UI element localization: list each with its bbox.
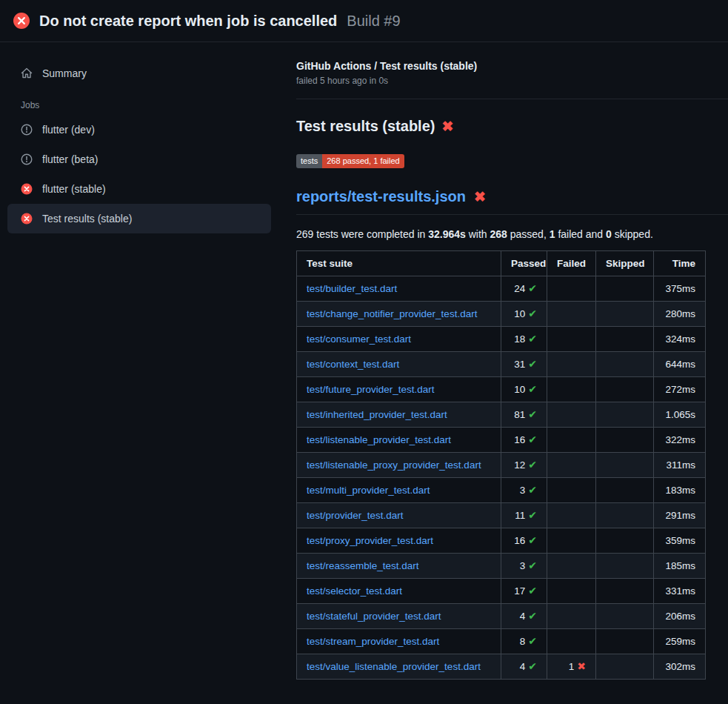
summary-mid3: failed and (555, 228, 607, 240)
passed-cell: 24✔ (501, 276, 547, 302)
check-icon: ✔ (528, 408, 537, 420)
table-row: test/change_notifier_provider_test.dart1… (297, 302, 706, 327)
count-value: 12 (514, 459, 525, 471)
failed-cell (547, 478, 596, 503)
report-file-link[interactable]: reports/test-results.json (296, 188, 466, 205)
sidebar-item-label: flutter (dev) (42, 124, 95, 136)
skipped-cell (596, 377, 654, 402)
summary-mid2: passed, (507, 228, 550, 240)
check-icon: ✔ (528, 534, 537, 546)
suite-cell: test/listenable_proxy_provider_test.dart (297, 453, 501, 478)
failed-status-icon (13, 13, 30, 29)
check-icon: ✔ (528, 559, 537, 571)
failed-icon (21, 183, 33, 195)
suite-cell: test/builder_test.dart (297, 276, 501, 302)
passed-cell: 3✔ (501, 554, 547, 579)
test-suite-link[interactable]: test/provider_test.dart (307, 510, 404, 521)
passed-cell: 10✔ (501, 302, 547, 327)
test-suite-link[interactable]: test/proxy_provider_test.dart (307, 535, 433, 546)
page-title: Do not create report when job is cancell… (39, 13, 337, 30)
col-header-skipped: Skipped (596, 251, 654, 276)
cancelled-icon (21, 124, 33, 136)
badge-label: tests (296, 154, 322, 168)
results-table-body: test/builder_test.dart24✔375mstest/chang… (297, 276, 706, 680)
check-icon: ✔ (528, 459, 537, 471)
summary-mid1: with (466, 228, 490, 240)
section-title: Test results (stable) ✖ (296, 118, 728, 135)
table-row: test/stream_provider_test.dart8✔259ms (297, 629, 706, 654)
sidebar-item-summary[interactable]: Summary (7, 59, 271, 88)
build-number: Build #9 (347, 13, 400, 30)
time-cell: 206ms (654, 604, 706, 629)
table-header-row: Test suite Passed Failed Skipped Time (297, 251, 706, 276)
time-cell: 280ms (654, 302, 706, 327)
failed-cell (547, 579, 596, 604)
count-value: 3 (520, 485, 526, 496)
time-cell: 331ms (654, 579, 706, 604)
check-icon: ✔ (528, 358, 537, 370)
failed-cell (547, 327, 596, 352)
table-row: test/proxy_provider_test.dart16✔359ms (297, 528, 706, 554)
test-suite-link[interactable]: test/builder_test.dart (307, 283, 397, 294)
count-value: 4 (520, 661, 526, 672)
suite-cell: test/context_test.dart (297, 352, 501, 377)
test-suite-link[interactable]: test/stream_provider_test.dart (307, 636, 439, 647)
passed-cell: 16✔ (501, 528, 547, 554)
table-row: test/future_provider_test.dart10✔272ms (297, 377, 706, 402)
check-icon: ✔ (528, 635, 537, 647)
table-row: test/stateful_provider_test.dart4✔206ms (297, 604, 706, 629)
suite-cell: test/value_listenable_provider_test.dart (297, 654, 501, 680)
suite-cell: test/multi_provider_test.dart (297, 478, 501, 503)
sidebar-item-flutter-beta[interactable]: flutter (beta) (7, 145, 271, 174)
test-suite-link[interactable]: test/selector_test.dart (307, 585, 402, 597)
breadcrumb: GitHub Actions / Test results (stable) (296, 60, 728, 72)
skipped-cell (596, 428, 654, 453)
suite-cell: test/stream_provider_test.dart (297, 629, 501, 654)
summary-failed-count: 1 (550, 228, 555, 240)
test-suite-link[interactable]: test/future_provider_test.dart (307, 384, 435, 395)
sidebar-item-label: flutter (beta) (42, 153, 98, 165)
count-value: 31 (514, 359, 525, 370)
sidebar-item-flutter-stable[interactable]: flutter (stable) (7, 174, 271, 204)
table-row: test/selector_test.dart17✔331ms (297, 579, 706, 604)
test-suite-link[interactable]: test/consumer_test.dart (307, 333, 411, 345)
suite-cell: test/consumer_test.dart (297, 327, 501, 352)
test-suite-link[interactable]: test/change_notifier_provider_test.dart (307, 308, 477, 319)
check-icon: ✔ (528, 434, 537, 445)
table-row: test/multi_provider_test.dart3✔183ms (297, 478, 706, 503)
count-value: 18 (514, 333, 525, 345)
col-header-time: Time (654, 251, 706, 276)
skipped-cell (596, 276, 654, 302)
test-suite-link[interactable]: test/multi_provider_test.dart (307, 485, 430, 496)
summary-prefix: 269 tests were completed in (296, 228, 428, 240)
failed-cell (547, 453, 596, 478)
summary-text: 269 tests were completed in 32.964s with… (296, 228, 728, 240)
failed-cell (547, 604, 596, 629)
test-suite-link[interactable]: test/value_listenable_provider_test.dart (307, 661, 481, 672)
sidebar-item-test-results-stable[interactable]: Test results (stable) (7, 204, 271, 233)
test-suite-link[interactable]: test/stateful_provider_test.dart (307, 611, 441, 622)
passed-cell: 17✔ (501, 579, 547, 604)
count-value: 24 (514, 283, 525, 294)
suite-cell: test/provider_test.dart (297, 503, 501, 528)
sidebar-item-label: Summary (42, 67, 87, 79)
passed-cell: 4✔ (501, 654, 547, 680)
table-row: test/context_test.dart31✔644ms (297, 352, 706, 377)
col-header-failed: Failed (547, 251, 596, 276)
passed-cell: 10✔ (501, 377, 547, 402)
test-suite-link[interactable]: test/context_test.dart (307, 359, 399, 370)
test-suite-link[interactable]: test/listenable_provider_test.dart (307, 434, 451, 445)
suite-cell: test/future_provider_test.dart (297, 377, 501, 402)
test-suite-link[interactable]: test/listenable_proxy_provider_test.dart (307, 459, 481, 471)
x-icon: ✖ (577, 660, 586, 672)
test-suite-link[interactable]: test/reassemble_test.dart (307, 560, 419, 571)
skipped-cell (596, 528, 654, 554)
sidebar-item-flutter-dev[interactable]: flutter (dev) (7, 115, 271, 145)
failed-icon (21, 213, 33, 225)
skipped-cell (596, 654, 654, 680)
failed-cell (547, 629, 596, 654)
failed-cell (547, 352, 596, 377)
col-header-test-suite: Test suite (297, 251, 501, 276)
time-cell: 259ms (654, 629, 706, 654)
test-suite-link[interactable]: test/inherited_provider_test.dart (307, 409, 447, 420)
